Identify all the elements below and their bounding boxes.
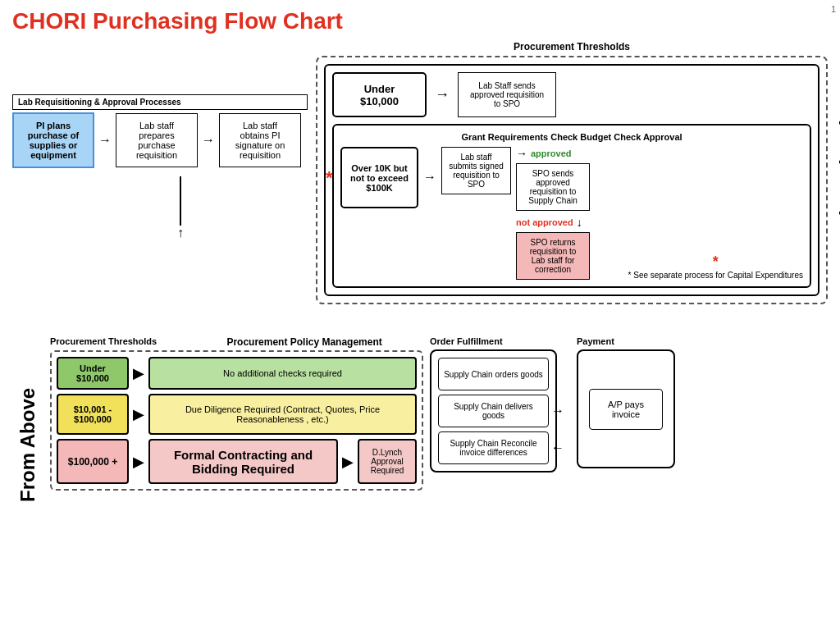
lab-staff-obtains-box: Lab staff obtains PI signature on requis… bbox=[219, 113, 301, 167]
proc-mgmt-label: Procurement Policy Management bbox=[185, 336, 423, 348]
delivers-arrow: → bbox=[551, 404, 564, 418]
capital-exp-note: * * See separate process for Capital Exp… bbox=[628, 253, 803, 280]
tier1-box: Under $10,000 bbox=[57, 357, 129, 390]
order-fulfillment-label: Order Fulfillment bbox=[430, 336, 557, 346]
lab-staff-prepares-box: Lab staff prepares purchase requisition bbox=[116, 113, 198, 167]
supply-chain-delivers-box: Supply Chain delivers goods → bbox=[438, 395, 549, 427]
asterisk2-icon: * bbox=[713, 253, 719, 270]
tier3-arrow2: ▶ bbox=[342, 453, 354, 471]
from-above-label: From Above bbox=[12, 336, 43, 554]
continued-below-label: Continued Below bbox=[835, 90, 840, 264]
lab-staff-sends-box: Lab Staff sends approved requisition to … bbox=[458, 72, 556, 117]
asterisk-icon: * bbox=[326, 167, 333, 189]
grant-req-title: Grant Requirements Check Budget Check Ap… bbox=[340, 132, 803, 142]
arrow-approved: → bbox=[516, 147, 527, 160]
dlynch-box: D.Lynch Approval Required bbox=[358, 439, 417, 484]
supply-chain-orders-box: Supply Chain orders goods bbox=[438, 358, 549, 390]
tier2-box: $10,001 - $100,000 bbox=[57, 394, 129, 435]
arrow-2: → bbox=[202, 133, 215, 148]
arrow-over-10k: → bbox=[423, 170, 436, 185]
proc-thresholds-bottom-label: Procurement Thresholds bbox=[50, 336, 157, 348]
supply-chain-delivers-text: Supply Chain delivers goods bbox=[444, 402, 543, 420]
arrow-under-10k: → bbox=[435, 86, 450, 103]
proc-thresholds-top-label: Procurement Thresholds bbox=[316, 41, 828, 52]
under-10k-box: Under $10,000 bbox=[332, 72, 427, 117]
tier1-arrow: ▶ bbox=[133, 364, 144, 382]
capital-exp-text: * See separate process for Capital Expen… bbox=[628, 271, 803, 280]
pi-plans-box: PI plans purchase of supplies or equipme… bbox=[12, 112, 94, 168]
tier3-arrow: ▶ bbox=[133, 453, 144, 471]
page-number: 1 bbox=[831, 4, 836, 14]
supply-chain-reconcile-box: Supply Chain Reconcile invoice differenc… bbox=[438, 431, 549, 464]
ap-pays-box: A/P pays invoice bbox=[589, 389, 663, 430]
lab-req-label: Lab Requisitioning & Approval Processes bbox=[12, 94, 308, 110]
approved-label: approved bbox=[531, 148, 572, 158]
tier3-box: $100,000 + bbox=[57, 439, 129, 484]
tier1-desc-box: No additional checks required bbox=[148, 357, 417, 390]
tier3-desc-box: Formal Contracting and Bidding Required bbox=[148, 439, 338, 484]
over-10k-box: Over 10K but not to exceed $100K bbox=[340, 147, 418, 208]
tier2-desc-box: Due Diligence Required (Contract, Quotes… bbox=[148, 394, 417, 435]
spo-returns-box: SPO returns requisition to Lab staff for… bbox=[516, 232, 590, 280]
lab-staff-submits-box: Lab staff submits signed requisition to … bbox=[441, 147, 511, 194]
arrow-not-approved: ↓ bbox=[577, 216, 582, 229]
supply-chain-reconcile-text: Supply Chain Reconcile invoice differenc… bbox=[444, 439, 543, 457]
reconcile-arrow: ← bbox=[551, 441, 564, 455]
arrow-1: → bbox=[98, 133, 112, 148]
not-approved-label: not approved bbox=[516, 217, 573, 227]
tier2-arrow: ▶ bbox=[133, 405, 144, 423]
payment-label: Payment bbox=[577, 336, 675, 346]
main-title: CHORI Purchasing Flow Chart bbox=[12, 8, 828, 34]
spo-sends-box: SPO sends approved requisition to Supply… bbox=[516, 163, 590, 211]
page: 1 CHORI Purchasing Flow Chart Lab Requis… bbox=[0, 0, 840, 630]
